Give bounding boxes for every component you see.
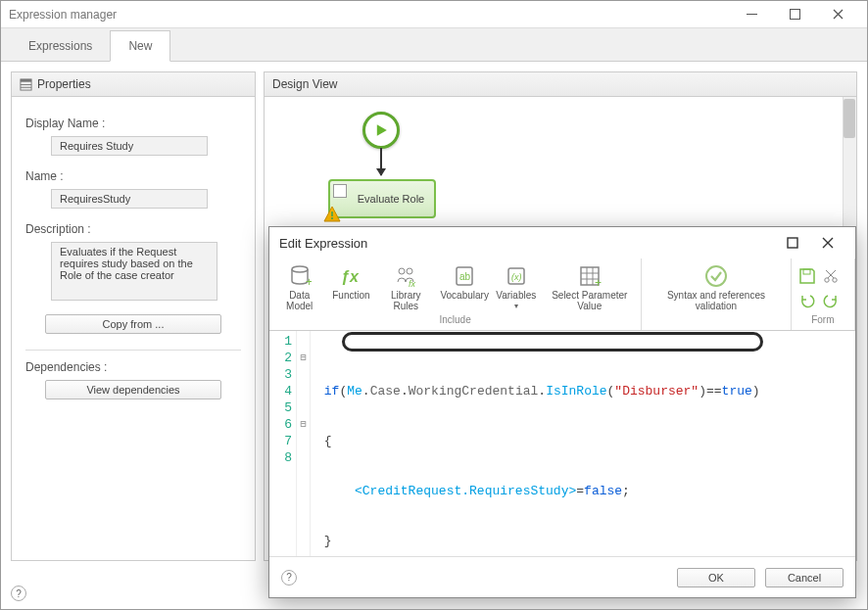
- window-title: Expression manager: [9, 8, 730, 22]
- undo-button[interactable]: [796, 288, 819, 311]
- scrollbar-thumb[interactable]: [844, 99, 855, 138]
- window-titlebar: Expression manager: [1, 1, 867, 28]
- validation-button[interactable]: Syntax and references validation: [644, 262, 788, 313]
- save-button[interactable]: [796, 264, 819, 288]
- form-group-label: Form: [794, 313, 852, 326]
- line-gutter: 12345678: [269, 331, 297, 556]
- dialog-titlebar[interactable]: Edit Expression: [269, 227, 855, 258]
- display-name-field[interactable]: Requires Study: [51, 136, 208, 156]
- include-group-label: Include: [271, 313, 639, 326]
- scissors-icon: [822, 267, 840, 285]
- help-icon[interactable]: ?: [11, 586, 26, 601]
- code-editor[interactable]: 12345678 ⊟⊟ if(Me.Case.WorkingCredential…: [269, 331, 855, 556]
- svg-text:ƒx: ƒx: [341, 268, 360, 285]
- svg-point-12: [399, 268, 405, 274]
- properties-panel: Properties Display Name : Requires Study…: [11, 71, 256, 561]
- copy-from-button[interactable]: Copy from ...: [45, 314, 221, 334]
- library-rules-button[interactable]: fx Library Rules: [374, 262, 437, 313]
- flow-start-node[interactable]: [362, 112, 400, 149]
- select-parameter-button[interactable]: + Select Parameter Value: [540, 262, 639, 313]
- vocabulary-icon: ab: [453, 264, 476, 288]
- svg-text:ab: ab: [459, 271, 471, 282]
- code-content[interactable]: if(Me.Case.WorkingCredential.IsInRole("D…: [311, 331, 855, 556]
- flow-connector: [380, 148, 382, 175]
- function-icon: ƒx: [339, 264, 362, 288]
- check-circle-icon: [704, 264, 728, 288]
- svg-rect-7: [331, 217, 333, 219]
- svg-point-25: [706, 266, 726, 286]
- highlight-callout: [342, 332, 763, 352]
- svg-rect-6: [331, 211, 333, 216]
- dialog-close-button[interactable]: [810, 229, 845, 257]
- divider: [25, 350, 241, 351]
- name-label: Name :: [25, 169, 241, 183]
- svg-text:(x): (x): [511, 272, 522, 282]
- variables-button[interactable]: (x) Variables ▾: [492, 262, 540, 313]
- validation-group: Syntax and references validation: [642, 258, 791, 330]
- svg-rect-8: [788, 238, 797, 248]
- flow-node-label: Evaluate Role: [358, 193, 425, 205]
- include-group: + Data Model ƒx Function fx Library Rule…: [269, 258, 642, 330]
- form-group: Form: [792, 258, 855, 330]
- svg-text:fx: fx: [409, 279, 416, 288]
- maximize-button[interactable]: [773, 1, 816, 28]
- svg-point-28: [832, 278, 836, 282]
- name-field[interactable]: RequiresStudy: [51, 189, 208, 209]
- dialog-footer: ? OK Cancel: [269, 556, 855, 597]
- display-name-label: Display Name :: [25, 117, 241, 130]
- svg-point-27: [824, 278, 828, 282]
- svg-text:+: +: [306, 275, 312, 288]
- redo-icon: [822, 291, 840, 308]
- description-field[interactable]: Evaluates if the Request requires study …: [51, 242, 217, 301]
- fold-column[interactable]: ⊟⊟: [297, 331, 311, 556]
- node-type-icon: [333, 184, 347, 198]
- svg-rect-0: [747, 14, 757, 15]
- warning-icon: [322, 205, 342, 224]
- undo-icon: [798, 291, 816, 308]
- vocabulary-button[interactable]: ab Vocabulary: [437, 262, 492, 313]
- edit-expression-dialog: Edit Expression + Data Model ƒx Function: [268, 226, 856, 598]
- cancel-button[interactable]: Cancel: [765, 568, 844, 587]
- svg-rect-1: [790, 10, 799, 20]
- window-controls: [730, 1, 859, 28]
- properties-body: Display Name : Requires Study Name : Req…: [12, 97, 255, 427]
- redo-button[interactable]: [819, 288, 843, 311]
- dialog-toolbar: + Data Model ƒx Function fx Library Rule…: [269, 258, 855, 331]
- svg-text:+: +: [595, 276, 602, 288]
- description-label: Description :: [25, 222, 241, 236]
- main-tabstrip: Expressions New: [1, 28, 867, 62]
- function-button[interactable]: ƒx Function: [327, 262, 374, 313]
- play-icon: [371, 120, 391, 140]
- dialog-title: Edit Expression: [279, 236, 775, 251]
- flow-evaluate-role-node[interactable]: Evaluate Role: [328, 179, 436, 218]
- database-icon: +: [288, 264, 312, 288]
- svg-point-13: [407, 268, 412, 274]
- variables-icon: (x): [505, 264, 528, 288]
- ok-button[interactable]: OK: [677, 568, 755, 587]
- cut-button[interactable]: [819, 264, 843, 288]
- dialog-maximize-button[interactable]: [775, 229, 810, 257]
- svg-rect-3: [21, 78, 31, 81]
- save-icon: [798, 267, 816, 285]
- view-dependencies-button[interactable]: View dependencies: [45, 380, 221, 399]
- grid-icon: +: [578, 264, 602, 288]
- properties-title: Properties: [37, 77, 91, 91]
- minimize-button[interactable]: [730, 1, 773, 28]
- dialog-controls: [775, 229, 845, 257]
- library-icon: fx: [394, 264, 417, 288]
- properties-header: Properties: [12, 72, 255, 97]
- tab-expressions[interactable]: Expressions: [11, 31, 110, 61]
- data-model-button[interactable]: + Data Model: [271, 262, 327, 313]
- dependencies-label: Dependencies :: [25, 360, 241, 374]
- close-button[interactable]: [816, 1, 859, 28]
- tab-new[interactable]: New: [110, 30, 170, 62]
- svg-point-9: [292, 266, 308, 272]
- design-view-header: Design View: [265, 72, 856, 97]
- properties-icon: [20, 78, 32, 91]
- design-view-title: Design View: [272, 77, 337, 91]
- dialog-help-icon[interactable]: ?: [281, 570, 297, 586]
